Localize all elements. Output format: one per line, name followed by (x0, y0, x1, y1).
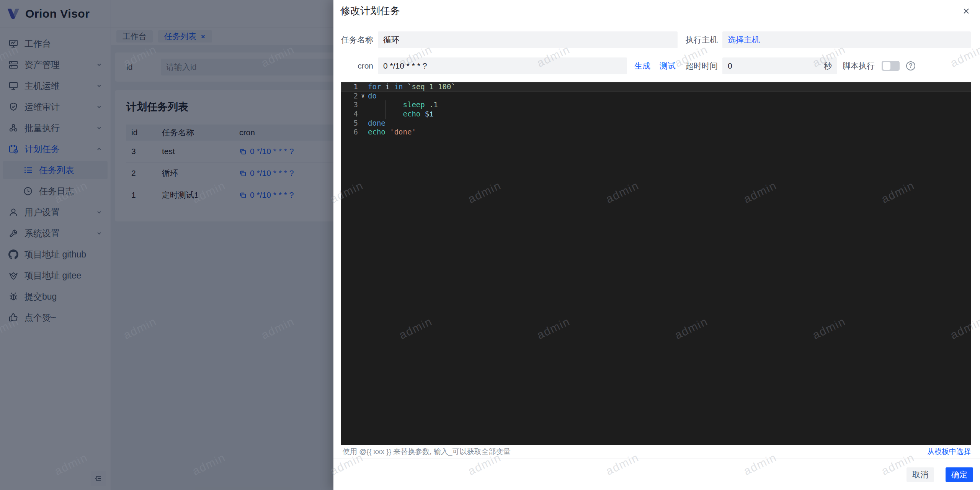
editor-line: 5done (341, 119, 971, 128)
script-exec-label: 脚本执行 (843, 57, 879, 74)
edit-task-drawer: 修改计划任务 任务名称 执行主机 选择主机 cron 生成 测试 超时时间 0 … (333, 0, 980, 490)
drawer-title: 修改计划任务 (340, 4, 400, 18)
editor-line: 2∨do (341, 92, 971, 101)
editor-line: 4 echo $i (341, 110, 971, 119)
editor-line: 6echo 'done' (341, 128, 971, 137)
timeout-unit: 秒 (824, 61, 832, 71)
select-from-template-link[interactable]: 从模板中选择 (927, 447, 971, 457)
close-icon[interactable] (962, 7, 971, 16)
script-code-editor[interactable]: 1for i in `seq 1 100`2∨do3 sleep .14 ech… (341, 82, 971, 445)
test-cron-link[interactable]: 测试 (660, 57, 676, 74)
drawer-header: 修改计划任务 (333, 0, 980, 22)
generate-cron-link[interactable]: 生成 (634, 57, 650, 74)
timeout-value[interactable]: 0 (728, 61, 824, 70)
editor-line: 1for i in `seq 1 100` (341, 82, 971, 92)
timeout-label: 超时时间 (680, 57, 718, 74)
exec-host-label: 执行主机 (683, 31, 718, 48)
task-name-label: 任务名称 (338, 31, 373, 48)
cron-label: cron (338, 57, 373, 74)
params-hint: 使用 @{{ xxx }} 来替换参数, 输入_可以获取全部变量 (343, 447, 510, 457)
script-exec-toggle[interactable] (882, 61, 900, 71)
drawer-footer: 取消 确定 (333, 459, 980, 490)
confirm-button[interactable]: 确定 (946, 467, 973, 482)
select-host-link[interactable]: 选择主机 (728, 34, 760, 45)
editor-line: 3 sleep .1 (341, 100, 971, 110)
host-select-field[interactable]: 选择主机 (722, 31, 971, 48)
cancel-button[interactable]: 取消 (906, 467, 934, 482)
hint-row: 使用 @{{ xxx }} 来替换参数, 输入_可以获取全部变量 从模板中选择 (343, 446, 971, 458)
toggle-knob (883, 62, 890, 70)
task-name-input[interactable] (378, 31, 678, 48)
help-icon: ? (906, 61, 915, 70)
timeout-field[interactable]: 0 秒 (722, 57, 837, 74)
cron-input[interactable] (378, 57, 627, 74)
